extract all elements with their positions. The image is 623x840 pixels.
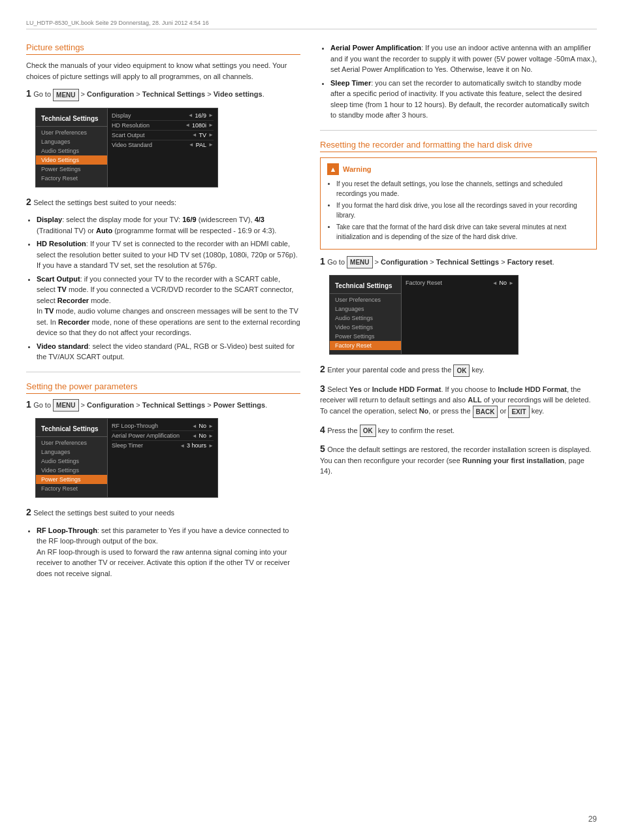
bullet-aerial: Aerial Power Amplification: If you use a… <box>330 42 597 75</box>
menu-key-1: MENU <box>53 89 78 101</box>
warning-box: ▲ Warning If you reset the default setti… <box>320 157 597 250</box>
power-step2-text: Select the settings best suited to your … <box>33 509 174 517</box>
picture-step2: 2 Select the settings best suited to you… <box>26 197 300 208</box>
power-step1: 1 Go to MENU > Configuration > Technical… <box>26 399 300 412</box>
bullet-hdres: HD Resolution: If your TV set is connect… <box>37 238 300 271</box>
bullet-display: Display: select the display mode for you… <box>37 214 300 236</box>
ts-menu-factory-video: Factory Reset <box>36 174 107 183</box>
ts-menu-factory-active: Factory Reset <box>330 341 401 350</box>
ts-menu-languages-factory: Languages <box>330 304 401 314</box>
ts-menu-audio-video: Audio Settings <box>36 146 107 155</box>
picture-step1-text: Go to MENU > Configuration > Technical S… <box>33 90 264 98</box>
factory-step5-number: 5 <box>320 444 325 454</box>
ts-row-aerial: Aerial Power Amplification ◄ No ► <box>112 431 214 441</box>
ts-menu-userprefs-power: User Preferences <box>36 438 107 447</box>
divider-2 <box>320 130 597 131</box>
exit-key: EXIT <box>508 406 529 418</box>
right-power-bullets: Aerial Power Amplification: If you use a… <box>320 42 597 121</box>
ts-title-factory: Technical Settings <box>330 280 401 294</box>
ts-menu-audio-power: Audio Settings <box>36 457 107 466</box>
menu-key-2: MENU <box>53 399 78 412</box>
picture-settings-section: Picture settings Check the manuals of yo… <box>26 42 300 363</box>
factory-step2: 2 Enter your parental code and press the… <box>320 364 597 377</box>
ts-menu-video-active: Video Settings <box>36 155 107 165</box>
warning-item-2: If you format the hard disk drive, you l… <box>336 201 590 220</box>
tech-settings-factory-box: Technical Settings User Preferences Lang… <box>329 275 519 355</box>
right-column: Aerial Power Amplification: If you use a… <box>320 42 597 584</box>
power-step2: 2 Select the settings best suited to you… <box>26 507 300 519</box>
ts-menu-video-factory: Video Settings <box>330 323 401 332</box>
back-key: BACK <box>473 406 498 418</box>
ts-row-scart: Scart Output ◄ TV ► <box>112 131 214 140</box>
factory-step3: 3 Select Yes or Include HDD Format. If y… <box>320 383 597 418</box>
power-step1-number: 1 <box>26 399 31 410</box>
ok-key-1: OK <box>453 364 470 377</box>
picture-settings-title: Picture settings <box>26 42 300 55</box>
factory-reset-section: Resetting the recorder and formatting th… <box>320 140 597 477</box>
ts-right-video: Display ◄ 16/9 ► HD Resolution ◄ 10 <box>108 108 217 187</box>
power-step1-text: Go to MENU > Configuration > Technical S… <box>33 401 267 409</box>
warning-item-1: If you reset the default settings, you l… <box>336 179 590 199</box>
factory-step1-number: 1 <box>320 256 325 267</box>
factory-step3-text: Select Yes or Include HDD Format. If you… <box>320 385 591 415</box>
bullet-sleeptimer: Sleep Timer: you can set the recorder to… <box>330 78 597 121</box>
warning-list: If you reset the default settings, you l… <box>327 179 590 242</box>
tech-settings-power-box: Technical Settings User Preferences Lang… <box>35 418 218 498</box>
ok-key-2: OK <box>360 425 376 437</box>
warning-item-3: Take care that the format of the hard di… <box>336 222 590 242</box>
factory-step4-text: Press the OK key to confirm the reset. <box>327 427 455 434</box>
ts-row-rfloop: RF Loop-Through ◄ No ► <box>112 421 214 431</box>
ts-right-factory: Factory Reset ◄ No ► <box>402 276 518 354</box>
power-settings-section: Setting the power parameters 1 Go to MEN… <box>26 381 300 579</box>
factory-step4: 4 Press the OK key to confirm the reset. <box>320 425 597 438</box>
menu-key-3: MENU <box>347 256 372 268</box>
factory-step2-number: 2 <box>320 364 325 374</box>
picture-step1: 1 Go to MENU > Configuration > Technical… <box>26 88 300 101</box>
picture-step2-number: 2 <box>26 197 31 207</box>
ts-menu-languages-video: Languages <box>36 137 107 146</box>
page-number: 29 <box>588 815 597 824</box>
ts-menu-video-power: Video Settings <box>36 466 107 475</box>
header-bar: LU_HDTP-8530_UK.book Seite 29 Donnerstag… <box>26 20 597 29</box>
bullet-scart: Scart Output: if you connected your TV t… <box>37 274 300 338</box>
warning-title: Warning <box>343 165 372 173</box>
divider-1 <box>26 372 300 372</box>
ts-menu-power-video: Power Settings <box>36 165 107 174</box>
factory-step5-text: Once the default settings are restored, … <box>320 445 591 475</box>
factory-step1: 1 Go to MENU > Configuration > Technical… <box>320 256 597 269</box>
ts-row-factoryreset: Factory Reset ◄ No ► <box>406 278 514 287</box>
ts-left-factory: Technical Settings User Preferences Lang… <box>330 276 402 354</box>
ts-left-power: Technical Settings User Preferences Lang… <box>36 419 108 497</box>
warning-header: ▲ Warning <box>327 163 590 175</box>
picture-bullets: Display: select the display mode for you… <box>26 214 300 363</box>
ts-menu-languages-power: Languages <box>36 447 107 457</box>
ts-left-video: Technical Settings User Preferences Lang… <box>36 108 108 187</box>
ts-row-display: Display ◄ 16/9 ► <box>112 111 214 121</box>
picture-settings-intro: Check the manuals of your video equipmen… <box>26 60 300 82</box>
ts-menu-power-active: Power Settings <box>36 475 107 484</box>
left-column: Picture settings Check the manuals of yo… <box>26 42 300 584</box>
bullet-rfloop: RF Loop-Through: set this parameter to Y… <box>37 525 300 579</box>
ts-right-power: RF Loop-Through ◄ No ► Aerial Power Ampl… <box>108 419 217 497</box>
ts-title-video: Technical Settings <box>36 112 107 127</box>
ts-menu-userprefs-video: User Preferences <box>36 128 107 137</box>
warning-icon: ▲ <box>327 163 339 175</box>
power-bullets: RF Loop-Through: set this parameter to Y… <box>26 525 300 579</box>
tech-settings-video-box: Technical Settings User Preferences Lang… <box>35 108 218 187</box>
factory-step4-number: 4 <box>320 425 325 435</box>
power-settings-title: Setting the power parameters <box>26 381 300 394</box>
picture-step1-number: 1 <box>26 88 31 99</box>
ts-menu-factory-power: Factory Reset <box>36 484 107 493</box>
ts-menu-audio-factory: Audio Settings <box>330 314 401 323</box>
factory-step3-number: 3 <box>320 383 325 394</box>
bullet-vidstd: Video standard: select the video standar… <box>37 341 300 363</box>
factory-step2-text: Enter your parental code and press the O… <box>327 366 485 374</box>
factory-step5: 5 Once the default settings are restored… <box>320 444 597 477</box>
ts-row-hdres: HD Resolution ◄ 1080i ► <box>112 121 214 131</box>
ts-row-sleep: Sleep Timer ◄ 3 hours ► <box>112 441 214 450</box>
ts-menu-userprefs-factory: User Preferences <box>330 295 401 304</box>
header-text: LU_HDTP-8530_UK.book Seite 29 Donnerstag… <box>26 20 209 26</box>
factory-step1-text: Go to MENU > Configuration > Technical S… <box>327 258 554 266</box>
power-step2-number: 2 <box>26 507 31 517</box>
ts-row-vidstd: Video Standard ◄ PAL ► <box>112 140 214 150</box>
